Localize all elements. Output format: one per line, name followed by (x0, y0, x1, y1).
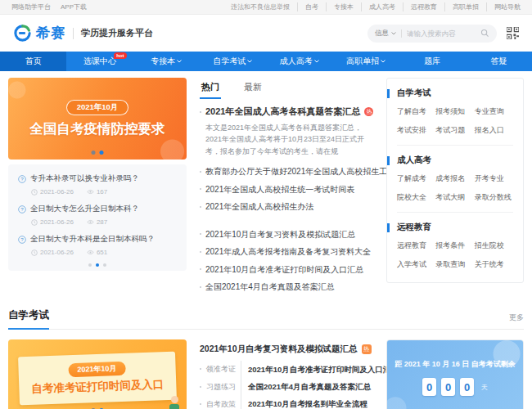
hot-badge: 热 (364, 107, 373, 116)
exam-list-headline-row[interactable]: 2021年10月自考复习资料及模拟试题汇总 热 (200, 344, 373, 355)
quicklink[interactable]: 入学考试 (397, 259, 435, 270)
accent-bar (387, 89, 390, 98)
nav-item-adult-exam[interactable]: 成人高考 (266, 52, 332, 71)
eye-icon (87, 189, 94, 195)
quicklink[interactable]: 报名入口 (475, 125, 513, 136)
nav-item-qa[interactable]: 答疑 (466, 52, 532, 71)
nav-item-gaozhi[interactable]: 高职单招 (332, 52, 399, 71)
search-category-select[interactable]: 信息 (375, 29, 396, 38)
topbar-link-distance-edu[interactable]: 远程教育 (403, 2, 437, 11)
qa-question: 全日制大专升本科是全日制本科吗？ (30, 234, 155, 245)
topbar-link-gaozhi[interactable]: 高职单招 (444, 2, 479, 11)
topbar-link-chengkao[interactable]: 成人高考 (361, 2, 395, 11)
nav-label: 答疑 (490, 56, 507, 67)
nav-label: 首页 (25, 56, 42, 67)
qa-item[interactable]: ? 全日制大专怎么升全日制本科？ 2021-06-26 287 (18, 204, 177, 226)
nav-label: 专接本 (151, 56, 175, 67)
hero-banner-title: 全国自考疫情防控要求 (30, 120, 165, 138)
quicklink[interactable]: 远程教育 (397, 240, 435, 251)
qa-item[interactable]: ? 全日制大专升本科是全日制本科吗？ 2021-06-26 651 (18, 234, 177, 256)
clock-icon (31, 219, 38, 226)
carousel-dot[interactable] (92, 151, 96, 155)
nav-item-course-center[interactable]: 选课中心 hot (66, 52, 133, 71)
quicklink[interactable]: 报考须知 (435, 106, 474, 117)
qa-meta: 2021-06-26 287 (31, 218, 177, 226)
quicklink[interactable]: 了解自考 (397, 106, 435, 117)
carousel-dot[interactable] (100, 151, 104, 155)
quicklink[interactable]: 开考专业 (475, 173, 513, 184)
bullet (200, 403, 201, 405)
quicklinks-title-self-exam: 自学考试 (397, 88, 513, 99)
search-icon[interactable] (480, 29, 489, 38)
nav-item-question-bank[interactable]: 题库 (399, 52, 466, 71)
hot-badge: hot (114, 52, 126, 59)
tab-latest[interactable]: 最新 (242, 79, 264, 99)
search-input[interactable] (407, 29, 480, 38)
nav-label: 成人高考 (280, 56, 313, 67)
site-tagline: 学历提升服务平台 (81, 27, 153, 39)
news-item[interactable]: 2021年10月自考复习资料及模拟试题汇总 (200, 226, 373, 244)
exam-row-link[interactable]: 2021年10月自考报名到毕业全流程 (241, 395, 367, 409)
nav-item-zhuanjieben[interactable]: 专接本 (133, 52, 200, 71)
brand-name: 希赛 (36, 24, 65, 43)
countdown-digit: 0 (460, 378, 474, 396)
quicklink[interactable]: 考试大纲 (435, 192, 474, 203)
quicklink[interactable]: 考试习题 (435, 125, 474, 136)
quicklinks-title-text: 自学考试 (397, 88, 431, 99)
more-link[interactable]: 更多 (509, 312, 524, 329)
qa-date: 2021-06-26 (40, 218, 74, 226)
header-right: 信息 (367, 25, 519, 43)
quicklink[interactable]: 院校大全 (397, 192, 435, 203)
quicklink[interactable]: 关于统考 (475, 259, 513, 270)
exam-ticket-banner[interactable]: 2021年10月 自考准考证打印时间及入口 (8, 339, 187, 409)
quicklink[interactable]: 报考条件 (435, 240, 474, 251)
topbar-link-app-download[interactable]: APP下载 (61, 2, 87, 11)
qa-meta: 2021-06-26 167 (31, 188, 177, 196)
qa-date: 2021-06-26 (40, 188, 74, 196)
news-item[interactable]: 2021年全国成人高校招生统一考试时间表 (200, 181, 373, 199)
tab-hot[interactable]: 热门 (200, 79, 221, 99)
topbar-link-zikao[interactable]: 自考 (297, 2, 318, 11)
exam-row-link[interactable]: 全国2021年4月自考真题及答案汇总 (241, 378, 371, 395)
news-featured-summary: 本文是2021年全国成人高考各科真题答案汇总，2021年全国成人高考将于10月2… (205, 122, 373, 157)
quicklink[interactable]: 考试安排 (397, 125, 435, 136)
quicklink[interactable]: 招生院校 (475, 240, 513, 251)
quicklink[interactable]: 专业查询 (475, 106, 513, 117)
exam-row-tag[interactable]: 领准考证 (206, 361, 236, 377)
topbar-link-report[interactable]: 违法和不良信息举报 (231, 2, 290, 11)
hero-banner[interactable]: 2021年10月 全国自考疫情防控要求 (8, 78, 187, 160)
nav-item-home[interactable]: 首页 (0, 52, 66, 71)
carousel-dot[interactable] (103, 263, 106, 267)
news-item[interactable]: 2021年10月自考准考证打印时间及入口汇总 (200, 261, 373, 279)
topbar-link-sitemap[interactable]: 网站导航 (486, 2, 521, 11)
news-item[interactable]: 教育部办公厅关于做好2021年全国成人高校招生工作的通知 (200, 163, 373, 181)
news-item[interactable]: 全国2021年4月自考真题及答案汇总 (200, 278, 373, 296)
news-item-title: 2021年10月自考准考证打印时间及入口汇总 (205, 261, 363, 279)
quicklink[interactable]: 录取分数线 (475, 192, 513, 203)
quicklink[interactable]: 录取查询 (435, 259, 474, 270)
quicklinks-card: 自学考试 了解自考 报考须知 专业查询 考试安排 考试习题 报名入口 成人高考 (386, 78, 524, 283)
news-featured[interactable]: 2021年全国成人高考各科真题答案汇总 热 (200, 106, 373, 118)
question-circle-icon: ? (18, 175, 26, 183)
accent-bar (387, 223, 390, 232)
exam-row-tag[interactable]: 自考政策 (206, 396, 236, 409)
qa-item[interactable]: ? 专升本补录可以换专业补录吗？ 2021-06-26 167 (18, 173, 177, 196)
exam-row-link[interactable]: 2021年10月自考准考证打印时间及入口汇总 (241, 361, 399, 378)
exam-row-tag[interactable]: 习题练习 (206, 379, 236, 395)
news-item[interactable]: 2021年全国成人高校招生办法 (200, 198, 373, 216)
carousel-dot[interactable] (96, 263, 99, 267)
qr-code-icon[interactable] (507, 27, 519, 39)
search-bar[interactable]: 信息 (367, 25, 497, 43)
topbar-link-zhuanjieben[interactable]: 专接本 (326, 2, 354, 11)
hero-banner-badge: 2021年10月 (66, 100, 129, 115)
banner-note-card: 2021年10月 自考准考证打印时间及入口 (18, 351, 177, 405)
logo[interactable]: 希赛 学历提升服务平台 (13, 24, 153, 43)
hero-banner-dots (92, 151, 104, 155)
nav-item-self-exam[interactable]: 自学考试 (200, 52, 266, 71)
quicklink[interactable]: 成考报名 (435, 173, 474, 184)
chevron-down-icon (391, 32, 396, 35)
news-item[interactable]: 2021年成人高考报考指南及备考复习资料大全 (200, 243, 373, 261)
quicklink[interactable]: 了解成考 (397, 173, 435, 184)
topbar-link-study-platform[interactable]: 网络助学平台 (11, 2, 51, 11)
carousel-dot[interactable] (88, 263, 92, 267)
